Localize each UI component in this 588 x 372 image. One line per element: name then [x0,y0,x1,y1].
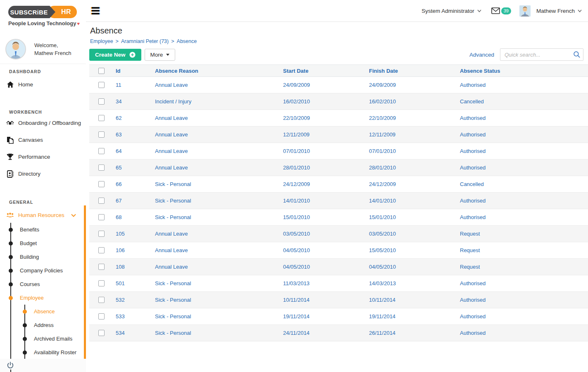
table-row[interactable]: 501 Sick - Personal 11/03/2013 14/03/201… [89,275,588,292]
row-id[interactable]: 67 [116,198,155,204]
row-start[interactable]: 04/05/2010 [283,247,369,253]
row-id[interactable]: 62 [116,115,155,121]
row-id[interactable]: 532 [116,297,155,303]
sidebar-item-availability-roster[interactable]: Availability Roster [25,346,86,359]
row-checkbox[interactable] [98,247,105,253]
table-row[interactable]: 11 Annual Leave 24/09/2009 24/09/2009 Au… [89,77,588,93]
row-status[interactable]: Authorised [460,198,588,204]
row-finish[interactable]: 26/11/2014 [369,330,460,336]
breadcrumb-link[interactable]: Absence [177,38,197,44]
table-row[interactable]: 532 Sick - Personal 10/11/2014 10/11/201… [89,292,588,308]
row-status[interactable]: Authorised [460,297,588,303]
row-finish[interactable]: 22/10/2009 [369,115,460,121]
row-checkbox[interactable] [98,264,105,270]
row-id[interactable]: 64 [116,148,155,154]
row-reason[interactable]: Sick - Personal [155,313,283,320]
row-start[interactable]: 04/05/2010 [283,264,369,270]
table-row[interactable]: 34 Incident / Injury 16/02/2010 16/02/20… [89,93,588,110]
mail-button[interactable]: 39 [491,7,511,14]
row-checkbox[interactable] [98,82,105,88]
row-reason[interactable]: Annual Leave [155,231,283,237]
row-status[interactable]: Authorised [460,330,588,336]
advanced-link[interactable]: Advanced [469,52,494,58]
row-finish[interactable]: 14/01/2010 [369,198,460,204]
row-finish[interactable]: 24/09/2009 [369,82,460,88]
row-status[interactable]: Request [460,247,588,253]
sidebar-item-courses[interactable]: Courses [11,277,86,291]
row-checkbox[interactable] [98,115,105,121]
menu-icon[interactable] [91,7,100,14]
row-status[interactable]: Authorised [460,280,588,286]
row-start[interactable]: 10/11/2014 [283,297,369,303]
row-finish[interactable]: 12/11/2009 [369,131,460,138]
search-input[interactable] [500,48,583,61]
table-row[interactable]: 66 Sick - Personal 24/12/2009 24/12/2009… [89,176,588,193]
sidebar-item-directory[interactable]: Directory [0,165,86,182]
breadcrumb-link[interactable]: Aramniani Peter (73) [121,38,169,44]
row-status[interactable]: Authorised [460,115,588,121]
row-start[interactable]: 24/12/2009 [283,181,369,187]
row-id[interactable]: 105 [116,231,155,237]
table-row[interactable]: 65 Annual Leave 28/01/2010 28/01/2010 Au… [89,160,588,176]
column-header-start-date[interactable]: Start Date [283,68,369,74]
column-header-finish-date[interactable]: Finish Date [369,68,460,74]
row-start[interactable]: 22/10/2009 [283,115,369,121]
row-status[interactable]: Authorised [460,131,588,138]
column-header-id[interactable]: Id [116,68,155,74]
row-start[interactable]: 07/01/2010 [283,148,369,154]
row-id[interactable]: 34 [116,98,155,105]
row-start[interactable]: 14/01/2010 [283,198,369,204]
row-id[interactable]: 533 [116,313,155,320]
row-start[interactable]: 19/11/2014 [283,313,369,320]
row-start[interactable]: 24/09/2009 [283,82,369,88]
row-id[interactable]: 501 [116,280,155,286]
row-status[interactable]: Authorised [460,148,588,154]
select-all-checkbox[interactable] [98,68,105,74]
sidebar-item-budget[interactable]: Budget [11,236,86,250]
row-start[interactable]: 24/11/2014 [283,330,369,336]
row-finish[interactable]: 24/12/2009 [369,181,460,187]
sidebar-item-performance[interactable]: Performance [0,148,86,165]
brand-logo[interactable]: HR SUBSCRiBE People Loving Technology♥ [0,0,86,26]
row-reason[interactable]: Annual Leave [155,115,283,121]
row-status[interactable]: Authorised [460,214,588,220]
row-id[interactable]: 108 [116,264,155,270]
row-finish[interactable]: 16/02/2010 [369,98,460,105]
row-reason[interactable]: Sick - Personal [155,280,283,286]
sidebar-item-absence[interactable]: Absence [25,305,86,318]
row-finish[interactable]: 07/01/2010 [369,148,460,154]
breadcrumb-link[interactable]: Employee [90,38,113,44]
row-reason[interactable]: Annual Leave [155,247,283,253]
row-id[interactable]: 68 [116,214,155,220]
row-finish[interactable]: 14/03/2013 [369,280,460,286]
row-reason[interactable]: Annual Leave [155,82,283,88]
row-id[interactable]: 11 [116,82,155,88]
row-reason[interactable]: Sick - Personal [155,214,283,220]
row-checkbox[interactable] [98,198,105,204]
row-reason[interactable]: Incident / Injury [155,98,283,105]
row-finish[interactable]: 15/05/2010 [369,247,460,253]
row-reason[interactable]: Annual Leave [155,148,283,154]
row-reason[interactable]: Annual Leave [155,131,283,138]
row-status[interactable]: Cancelled [460,181,588,187]
user-avatar[interactable] [519,5,531,17]
sidebar-item-onboarding-offboarding[interactable]: Onboarding / Offboarding [0,114,86,131]
row-status[interactable]: Authorised [460,82,588,88]
sidebar-item-benefits[interactable]: Benefits [11,223,86,236]
power-icon[interactable] [7,362,14,369]
row-finish[interactable]: 04/05/2010 [369,264,460,270]
table-row[interactable]: 105 Annual Leave 03/05/2010 03/05/2010 R… [89,226,588,242]
table-row[interactable]: 67 Sick - Personal 14/01/2010 14/01/2010… [89,193,588,209]
row-start[interactable]: 12/11/2009 [283,131,369,138]
row-id[interactable]: 63 [116,131,155,138]
row-start[interactable]: 11/03/2013 [283,280,369,286]
row-reason[interactable]: Sick - Personal [155,198,283,204]
table-row[interactable]: 108 Annual Leave 04/05/2010 04/05/2010 R… [89,259,588,275]
row-checkbox[interactable] [98,98,105,105]
row-status[interactable]: Authorised [460,313,588,320]
role-dropdown[interactable]: System Administrator [421,8,481,14]
row-start[interactable]: 15/01/2010 [283,214,369,220]
row-reason[interactable]: Annual Leave [155,165,283,171]
row-start[interactable]: 28/01/2010 [283,165,369,171]
table-row[interactable]: 64 Annual Leave 07/01/2010 07/01/2010 Au… [89,143,588,160]
